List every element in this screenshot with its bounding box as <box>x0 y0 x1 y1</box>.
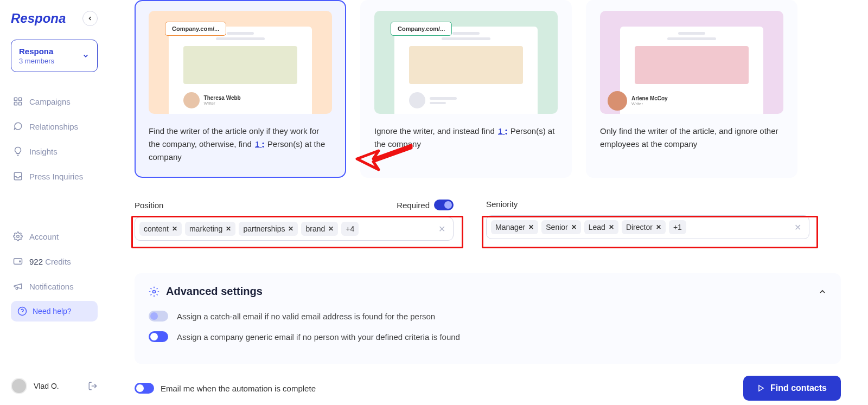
sidebar-item-campaigns[interactable]: Campaigns <box>11 91 98 112</box>
adv-option-generic: Assign a company generic email if no per… <box>149 331 827 342</box>
help-label: Need help? <box>33 307 72 316</box>
sidebar-item-label: Notifications <box>29 282 74 291</box>
wallet-icon <box>13 256 23 266</box>
sidebar-item-insights[interactable]: Insights <box>11 141 98 162</box>
sidebar-item-relationships[interactable]: Relationships <box>11 116 98 137</box>
url-tag: Company.com/... <box>391 22 452 36</box>
svg-rect-0 <box>14 98 17 100</box>
find-contacts-label: Find contacts <box>770 383 827 393</box>
sidebar-item-label: 922 Credits <box>29 257 71 266</box>
remove-tag-icon[interactable]: ✕ <box>226 225 231 233</box>
email-me-label: Email me when the automation is complete <box>161 384 316 393</box>
email-me-toggle[interactable] <box>135 383 154 394</box>
card-preview: Arlene McCoy Writer <box>600 11 783 114</box>
mini-author-role: Writer <box>631 101 668 106</box>
sidebar-item-help[interactable]: Need help? <box>11 301 98 322</box>
advanced-settings: Advanced settings Assign a catch-all ema… <box>135 273 841 364</box>
person-count-stepper[interactable]: 1 ▴▾ <box>497 126 508 136</box>
mini-author-name: Theresa Webb <box>204 95 241 101</box>
clear-input-icon[interactable]: ✕ <box>791 222 805 233</box>
url-tag: Company.com/... <box>165 22 226 36</box>
tag-brand[interactable]: brand✕ <box>301 222 338 236</box>
card-writer-or-company[interactable]: Company.com/... Theresa Webb Writer Find… <box>135 0 346 178</box>
footer: Email me when the automation is complete… <box>135 376 841 401</box>
tag-content[interactable]: content✕ <box>139 222 182 236</box>
email-me-row: Email me when the automation is complete <box>135 383 316 394</box>
advanced-title: Advanced settings <box>166 285 263 298</box>
tag-director[interactable]: Director✕ <box>622 220 666 234</box>
sidebar-item-press[interactable]: Press Inquiries <box>11 166 98 187</box>
tag-senior[interactable]: Senior✕ <box>541 220 580 234</box>
svg-point-5 <box>17 235 20 238</box>
filter-label: Position <box>135 201 163 210</box>
mini-avatar <box>183 92 200 108</box>
remove-tag-icon[interactable]: ✕ <box>528 223 534 231</box>
logo: Respona <box>11 11 66 26</box>
sidebar: Respona Respona 3 members Campaigns Rela… <box>0 0 108 405</box>
chat-icon <box>13 121 23 131</box>
svg-point-7 <box>20 261 21 262</box>
sidebar-item-label: Relationships <box>29 122 78 131</box>
filters: Position Required content✕ marketing✕ pa… <box>135 200 841 241</box>
remove-tag-icon[interactable]: ✕ <box>328 225 334 233</box>
tag-more[interactable]: +4 <box>341 222 359 236</box>
find-contacts-button[interactable]: Find contacts <box>743 376 841 401</box>
advanced-settings-toggle[interactable]: Advanced settings <box>149 285 827 298</box>
avatar <box>11 378 27 394</box>
arrow-annotation <box>349 137 414 175</box>
help-icon <box>17 306 27 316</box>
user-name: Vlad O. <box>34 382 59 390</box>
tag-manager[interactable]: Manager✕ <box>491 220 538 234</box>
svg-rect-3 <box>19 102 22 105</box>
chevron-left-icon <box>87 15 93 22</box>
workspace-switcher[interactable]: Respona 3 members <box>11 40 98 72</box>
mini-avatar <box>608 91 627 111</box>
adv-option-catchall: Assign a catch-all email if no valid ema… <box>149 311 827 322</box>
sidebar-item-credits[interactable]: 922 Credits <box>11 251 98 272</box>
generic-email-toggle[interactable] <box>149 331 168 342</box>
sidebar-item-label: Account <box>29 232 59 241</box>
mini-author-role: Writer <box>204 101 241 106</box>
remove-tag-icon[interactable]: ✕ <box>656 223 661 231</box>
catchall-toggle[interactable] <box>149 311 168 322</box>
required-toggle[interactable] <box>434 200 454 210</box>
remove-tag-icon[interactable]: ✕ <box>172 225 177 233</box>
card-text: Find the writer of the article only if t… <box>149 125 332 164</box>
workspace-name: Respona <box>19 47 54 56</box>
option-label: Assign a catch-all email if no valid ema… <box>177 312 435 321</box>
remove-tag-icon[interactable]: ✕ <box>609 223 614 231</box>
grid-icon <box>13 97 23 106</box>
tag-marketing[interactable]: marketing✕ <box>185 222 235 236</box>
remove-tag-icon[interactable]: ✕ <box>288 225 293 233</box>
sidebar-item-label: Insights <box>29 147 58 156</box>
megaphone-icon <box>13 281 23 291</box>
position-input[interactable]: content✕ marketing✕ partnerships✕ brand✕… <box>135 217 454 241</box>
seniority-input[interactable]: Manager✕ Senior✕ Lead✕ Director✕ +1 ✕ <box>486 215 809 239</box>
card-writer-only[interactable]: Arlene McCoy Writer Only find the writer… <box>586 0 797 178</box>
filter-label: Seniority <box>486 200 518 209</box>
mini-author-name: Arlene McCoy <box>631 95 668 101</box>
clear-input-icon[interactable]: ✕ <box>435 224 449 234</box>
user-profile[interactable]: Vlad O. <box>11 378 59 394</box>
remove-tag-icon[interactable]: ✕ <box>571 223 577 231</box>
tag-lead[interactable]: Lead✕ <box>584 220 618 234</box>
tag-more[interactable]: +1 <box>669 220 686 234</box>
inbox-icon <box>13 171 23 181</box>
play-icon <box>757 384 765 392</box>
person-count-stepper[interactable]: 1 ▴▾ <box>254 139 265 149</box>
sidebar-collapse-button[interactable] <box>82 11 98 26</box>
option-label: Assign a company generic email if no per… <box>177 332 460 342</box>
main: Company.com/... Theresa Webb Writer Find… <box>135 0 841 405</box>
gear-icon <box>13 232 23 241</box>
position-filter: Position Required content✕ marketing✕ pa… <box>135 200 454 241</box>
tag-partnerships[interactable]: partnerships✕ <box>239 222 298 236</box>
card-preview: Company.com/... <box>374 11 558 114</box>
workspace-members: 3 members <box>19 57 54 65</box>
sidebar-item-account[interactable]: Account <box>11 226 98 247</box>
svg-rect-1 <box>19 98 22 100</box>
required-label: Required <box>397 201 430 210</box>
card-text: Only find the writer of the article, and… <box>600 125 783 151</box>
logout-icon[interactable] <box>88 381 98 391</box>
mini-avatar <box>409 92 425 108</box>
sidebar-item-notifications[interactable]: Notifications <box>11 276 98 297</box>
